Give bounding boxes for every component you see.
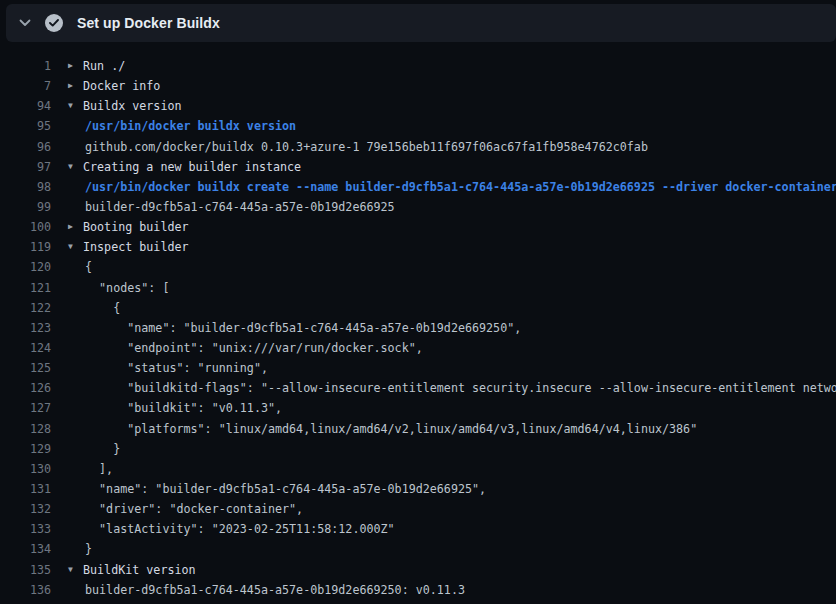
- line-number-link[interactable]: 119: [0, 240, 51, 254]
- log-text: "platforms": "linux/amd64,linux/amd64/v2…: [85, 422, 697, 436]
- log-text: "buildkitd-flags": "--allow-insecure-ent…: [85, 381, 836, 395]
- group-expanded-icon[interactable]: ▼: [68, 102, 78, 110]
- log-line[interactable]: 94▼Buildx version: [0, 96, 836, 116]
- log-line: 98/usr/bin/docker buildx create --name b…: [0, 177, 836, 197]
- log-line[interactable]: 1▶Run ./: [0, 56, 836, 76]
- log-text: github.com/docker/buildx 0.10.3+azure-1 …: [85, 140, 648, 154]
- log-line: 99builder-d9cfb5a1-c764-445a-a57e-0b19d2…: [0, 197, 836, 217]
- log-line[interactable]: 135▼BuildKit version: [0, 560, 836, 580]
- line-number-link[interactable]: 125: [0, 361, 51, 375]
- log-line[interactable]: 7▶Docker info: [0, 76, 836, 96]
- log-line: 127 "buildkit": "v0.11.3",: [0, 398, 836, 418]
- chevron-down-icon[interactable]: [18, 16, 32, 30]
- line-number-link[interactable]: 133: [0, 522, 51, 536]
- group-collapsed-icon[interactable]: ▶: [68, 223, 78, 231]
- line-number-link[interactable]: 130: [0, 462, 51, 476]
- log-text: ],: [85, 462, 113, 476]
- log-line[interactable]: 97▼Creating a new builder instance: [0, 157, 836, 177]
- log-text: Inspect builder: [83, 240, 189, 254]
- log-line: 123 "name": "builder-d9cfb5a1-c764-445a-…: [0, 318, 836, 338]
- log-line: 124 "endpoint": "unix:///var/run/docker.…: [0, 338, 836, 358]
- line-number-link[interactable]: 132: [0, 502, 51, 516]
- log-text: "status": "running",: [85, 361, 268, 375]
- actions-log-page: { "header": { "title": "Set up Docker Bu…: [0, 0, 836, 604]
- log-line: 134}: [0, 539, 836, 559]
- log-line: 129 }: [0, 439, 836, 459]
- log-text: "nodes": [: [85, 281, 169, 295]
- log-text: Buildx version: [83, 99, 182, 113]
- line-number-link[interactable]: 97: [0, 160, 51, 174]
- line-number-link[interactable]: 129: [0, 442, 51, 456]
- step-header[interactable]: Set up Docker Buildx: [6, 4, 836, 42]
- log-text: Run ./: [83, 59, 125, 73]
- line-number-link[interactable]: 136: [0, 583, 51, 597]
- log-line[interactable]: 100▶Booting builder: [0, 217, 836, 237]
- line-number-link[interactable]: 120: [0, 260, 51, 274]
- log-text: /usr/bin/docker buildx create --name bui…: [85, 180, 836, 194]
- log-line: 125 "status": "running",: [0, 358, 836, 378]
- log-line: 136builder-d9cfb5a1-c764-445a-a57e-0b19d…: [0, 580, 836, 600]
- line-number-link[interactable]: 94: [0, 99, 51, 113]
- log-line: 133 "lastActivity": "2023-02-25T11:58:12…: [0, 519, 836, 539]
- log-text: /usr/bin/docker buildx version: [85, 119, 296, 133]
- log-text: {: [85, 301, 120, 315]
- log-text: "endpoint": "unix:///var/run/docker.sock…: [85, 341, 423, 355]
- line-number-link[interactable]: 134: [0, 542, 51, 556]
- log-text: Creating a new builder instance: [83, 160, 301, 174]
- log-line: 128 "platforms": "linux/amd64,linux/amd6…: [0, 419, 836, 439]
- log-line: 121 "nodes": [: [0, 278, 836, 298]
- line-number-link[interactable]: 100: [0, 220, 51, 234]
- line-number-link[interactable]: 127: [0, 401, 51, 415]
- log-line: 122 {: [0, 298, 836, 318]
- log-text: builder-d9cfb5a1-c764-445a-a57e-0b19d2e6…: [85, 583, 465, 597]
- log-text: BuildKit version: [83, 563, 196, 577]
- log-text: "name": "builder-d9cfb5a1-c764-445a-a57e…: [85, 482, 486, 496]
- log-viewer: 1▶Run ./7▶Docker info94▼Buildx version95…: [0, 56, 836, 600]
- log-line: 120{: [0, 257, 836, 277]
- line-number-link[interactable]: 95: [0, 119, 51, 133]
- group-expanded-icon[interactable]: ▼: [68, 243, 78, 251]
- line-number-link[interactable]: 121: [0, 281, 51, 295]
- log-text: builder-d9cfb5a1-c764-445a-a57e-0b19d2e6…: [85, 200, 395, 214]
- log-text: "lastActivity": "2023-02-25T11:58:12.000…: [85, 522, 395, 536]
- log-lines: 1▶Run ./7▶Docker info94▼Buildx version95…: [0, 56, 836, 600]
- line-number-link[interactable]: 124: [0, 341, 51, 355]
- line-number-link[interactable]: 135: [0, 563, 51, 577]
- log-line: 130 ],: [0, 459, 836, 479]
- group-collapsed-icon[interactable]: ▶: [68, 62, 78, 70]
- log-text: }: [85, 542, 92, 556]
- log-line: 126 "buildkitd-flags": "--allow-insecure…: [0, 378, 836, 398]
- line-number-link[interactable]: 131: [0, 482, 51, 496]
- line-number-link[interactable]: 99: [0, 200, 51, 214]
- line-number-link[interactable]: 7: [0, 79, 51, 93]
- line-number-link[interactable]: 96: [0, 140, 51, 154]
- group-expanded-icon[interactable]: ▼: [68, 163, 78, 171]
- log-line: 132 "driver": "docker-container",: [0, 499, 836, 519]
- log-line: 96github.com/docker/buildx 0.10.3+azure-…: [0, 137, 836, 157]
- line-number-link[interactable]: 123: [0, 321, 51, 335]
- log-text: "name": "builder-d9cfb5a1-c764-445a-a57e…: [85, 321, 521, 335]
- step-title: Set up Docker Buildx: [77, 15, 220, 31]
- log-text: "buildkit": "v0.11.3",: [85, 401, 282, 415]
- line-number-link[interactable]: 98: [0, 180, 51, 194]
- line-number-link[interactable]: 1: [0, 59, 51, 73]
- line-number-link[interactable]: 128: [0, 422, 51, 436]
- log-text: {: [85, 260, 92, 274]
- log-line: 95/usr/bin/docker buildx version: [0, 116, 836, 136]
- log-line: 131 "name": "builder-d9cfb5a1-c764-445a-…: [0, 479, 836, 499]
- check-circle-icon: [45, 14, 63, 32]
- line-number-link[interactable]: 126: [0, 381, 51, 395]
- log-text: }: [85, 442, 120, 456]
- log-line[interactable]: 119▼Inspect builder: [0, 237, 836, 257]
- group-collapsed-icon[interactable]: ▶: [68, 82, 78, 90]
- log-text: Booting builder: [83, 220, 189, 234]
- log-text: "driver": "docker-container",: [85, 502, 303, 516]
- log-text: Docker info: [83, 79, 160, 93]
- group-expanded-icon[interactable]: ▼: [68, 566, 78, 574]
- line-number-link[interactable]: 122: [0, 301, 51, 315]
